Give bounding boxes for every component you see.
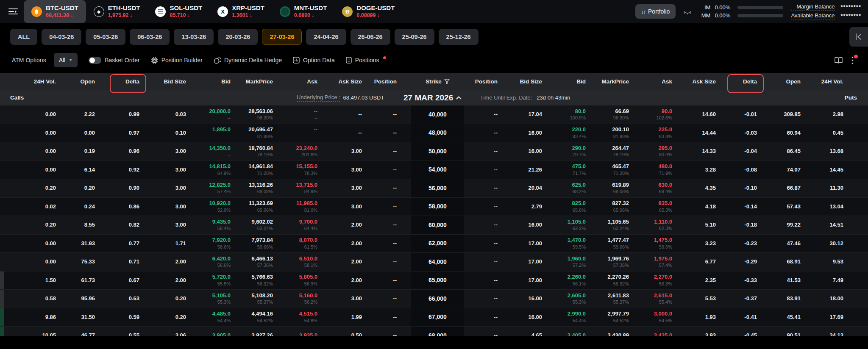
puts-ask-cell[interactable]: 90.0102.6% <box>640 105 683 124</box>
calls-ask-cell[interactable]: 13,715.084.9% <box>284 179 328 197</box>
option-data-button[interactable]: Option Data <box>293 57 335 64</box>
puts-ask-cell[interactable]: 3,435.0 <box>640 327 683 336</box>
calls-bid-cell[interactable]: 7,920.058.6% <box>197 235 242 253</box>
puts-label: Puts <box>845 90 857 105</box>
calls-bid-cell[interactable]: 12,825.057.4% <box>197 179 242 197</box>
calls-bid-cell[interactable]: 5,720.055.5% <box>197 271 242 290</box>
dynamic-delta-hedge-button[interactable]: Dynamic Delta Hedge <box>214 57 282 64</box>
calls-bid-cell[interactable]: 14,350.0-- <box>197 142 242 161</box>
puts-ask-cell[interactable]: 630.068.4% <box>640 179 683 197</box>
basket-order-toggle[interactable]: Basket Order <box>89 57 139 64</box>
expiry-date-tab[interactable]: 25-12-26 <box>439 29 479 45</box>
ticker-tab[interactable]: ฿ BTC-USDT 68,411.38↓ <box>24 0 86 23</box>
puts-bid-cell[interactable]: 2,260.056.1% <box>553 271 597 290</box>
calls-ask-cell[interactable]: 4,515.054.8% <box>284 308 328 327</box>
puts-bid-cell[interactable]: 3,405.0 <box>553 327 597 336</box>
calls-ask-cell[interactable]: 5,160.056.2% <box>284 290 328 308</box>
option-chain-row[interactable]: 9.86 31.50 0.59 0.20 4,485.054.4% 4,494.… <box>0 308 868 327</box>
puts-ask-cell[interactable]: 1,475.059.6% <box>640 235 683 253</box>
puts-ask-cell[interactable]: 225.083.8% <box>640 124 683 142</box>
option-chain-row[interactable]: 0.00 6.14 0.92 3.00 14,815.064.9% 14,961… <box>0 161 868 180</box>
puts-bid-cell[interactable]: 625.068.2% <box>553 179 597 197</box>
menu-icon[interactable] <box>6 4 20 19</box>
ticker-tab[interactable]: SOL-USDT 85.710↓ <box>147 0 210 23</box>
puts-ask-cell[interactable]: 3,000.054.5% <box>640 308 683 327</box>
puts-ask-cell[interactable]: 480.071.9% <box>640 161 683 179</box>
option-chain-row[interactable]: 0.20 8.55 0.82 3.00 9,435.058.4% 9,602.0… <box>0 216 868 235</box>
puts-bid-cell[interactable]: 1,470.059.5% <box>553 235 597 253</box>
option-chain-row[interactable]: 0.02 0.24 0.86 3.00 10,920.052.9% 11,323… <box>0 198 868 216</box>
option-chain-row[interactable]: 0.20 0.20 0.90 3.00 12,825.057.4% 13,116… <box>0 179 868 198</box>
expiry-date-tab[interactable]: 04-03-26 <box>42 29 81 45</box>
calls-ask-cell[interactable]: 23,240.0201.6% <box>284 142 328 161</box>
strike-filter-icon[interactable] <box>444 79 450 84</box>
calls-bid-cell[interactable]: 10,920.052.9% <box>197 198 242 216</box>
puts-ask-cell[interactable]: 1,110.062.3% <box>640 216 683 234</box>
calls-bid-cell[interactable]: 20,000.0-- <box>197 105 242 124</box>
calls-bid-cell[interactable]: 5,105.055.3% <box>197 290 242 308</box>
expiry-date-tab[interactable]: 06-03-26 <box>130 29 170 45</box>
option-chain-row[interactable]: 0.58 95.96 0.63 0.20 5,105.055.3% 5,108.… <box>0 290 868 308</box>
puts-bid-cell[interactable]: 1,960.057.2% <box>553 253 597 271</box>
calls-ask-cell[interactable]: 15,155.078.3% <box>284 161 328 179</box>
calls-bid-cell[interactable]: 6,420.056.6% <box>197 253 242 271</box>
calls-ask-cell[interactable]: ---- <box>284 124 328 142</box>
expiry-date-tab[interactable]: 13-03-26 <box>174 29 214 45</box>
calls-ask-cell[interactable]: 6,510.058.1% <box>284 253 328 271</box>
option-chain-row[interactable]: 10.05 46.77 0.55 3.06 3,905.0 3,927.26 3… <box>0 327 868 336</box>
eye-hidden-icon[interactable] <box>683 8 692 15</box>
expiry-date-tab[interactable]: 25-09-26 <box>395 29 434 45</box>
puts-bid-cell[interactable]: 220.083.4% <box>553 124 597 142</box>
puts-bid-cell[interactable]: 2,605.055.3% <box>553 290 597 308</box>
ticker-tab[interactable]: Ð DOGE-USDT 0.08899↓ <box>334 0 402 23</box>
calls-bid-cell[interactable]: 1,895.0-- <box>197 124 242 142</box>
puts-bid-cell[interactable]: 475.071.7% <box>553 161 597 179</box>
expiry-date-tab[interactable]: 27-03-26 <box>262 29 302 45</box>
puts-ask-cell[interactable]: 835.065.3% <box>640 198 683 216</box>
calls-bid-cell[interactable]: 3,905.0 <box>197 327 242 336</box>
puts-bid-cell[interactable]: 825.065.0% <box>553 198 597 216</box>
option-chain-row[interactable]: 0.00 2.22 0.99 0.03 20,000.0-- 28,563.06… <box>0 105 868 124</box>
calls-ask-cell[interactable]: ---- <box>284 105 328 124</box>
puts-ask-cell[interactable]: 2,270.056.3% <box>640 271 683 290</box>
option-chain-row[interactable]: 0.00 75.33 0.71 2.00 6,420.056.6% 6,466.… <box>0 253 868 271</box>
more-menu-icon[interactable] <box>851 56 858 64</box>
expiry-date-tab[interactable]: ALL <box>10 29 37 45</box>
ticker-tab[interactable]: X XRP-USDT 1.3601↓ <box>210 0 272 23</box>
expiry-group-header[interactable]: 27 MAR 2026 <box>403 90 462 105</box>
atm-options-select[interactable]: All▼ <box>54 53 78 67</box>
ticker-tab[interactable]: ◆ ETH-USDT 1,975.92↓ <box>86 0 148 23</box>
collapse-panel-button[interactable] <box>849 27 868 47</box>
option-chain-row[interactable]: 0.00 31.93 0.77 1.71 7,920.058.6% 7,973.… <box>0 235 868 253</box>
expiry-date-tab[interactable]: 05-03-26 <box>86 29 125 45</box>
calls-ask-cell[interactable]: 9,700.064.4% <box>284 216 328 234</box>
calls-bid-cell[interactable]: 4,485.054.4% <box>197 308 242 327</box>
puts-ask-cell[interactable]: 295.080.0% <box>640 142 683 161</box>
expiry-date-tab[interactable]: 24-04-26 <box>306 29 346 45</box>
puts-ask-cell[interactable]: 1,975.057.4% <box>640 253 683 271</box>
calls-bid-cell[interactable]: 14,815.064.9% <box>197 161 242 179</box>
expiry-date-tab[interactable]: 20-03-26 <box>218 29 258 45</box>
positions-button[interactable]: Positions <box>346 57 386 64</box>
coin-icon: X <box>217 6 228 17</box>
puts-bid-cell[interactable]: 1,105.062.2% <box>553 216 597 234</box>
puts-ask-cell[interactable]: 2,615.055.4% <box>640 290 683 308</box>
calls-ask-cell[interactable]: 3,935.0 <box>284 327 328 336</box>
position-builder-button[interactable]: Position Builder <box>151 57 203 64</box>
puts-bid-cell[interactable]: 80.0100.9% <box>553 105 597 124</box>
ticker-tab[interactable]: MNT-USDT 0.6800↓ <box>272 0 335 23</box>
puts-24h-vol-cell: 7.49 <box>812 271 868 290</box>
book-icon[interactable] <box>834 57 843 64</box>
calls-bid-cell[interactable]: 9,435.058.4% <box>197 216 242 234</box>
expiry-date-tab[interactable]: 26-06-26 <box>351 29 390 45</box>
option-chain-row[interactable]: 0.00 0.00 0.97 0.10 1,895.0-- 20,696.478… <box>0 124 868 143</box>
calls-ask-cell[interactable]: 5,805.056.9% <box>284 271 328 290</box>
puts-bid-cell[interactable]: 2,990.054.4% <box>553 308 597 327</box>
portfolio-button[interactable]: ↓↑ Portfolio <box>635 4 676 19</box>
option-chain-row[interactable]: 1.50 61.73 0.67 2.00 5,720.055.5% 5,766.… <box>0 271 868 290</box>
calls-ask-cell[interactable]: 11,985.081.0% <box>284 198 328 216</box>
calls-ask-cell[interactable]: 8,070.061.5% <box>284 235 328 253</box>
option-chain-row[interactable]: 0.00 0.19 0.96 3.00 14,350.0-- 18,760.84… <box>0 142 868 161</box>
puts-bid-cell[interactable]: 290.079.7% <box>553 142 597 161</box>
toggle-off-icon[interactable] <box>89 57 101 64</box>
